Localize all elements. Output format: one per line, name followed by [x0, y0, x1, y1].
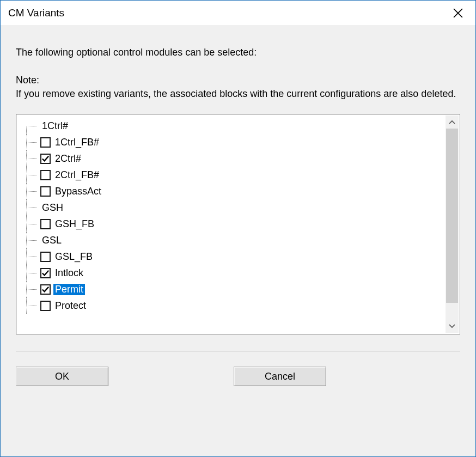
- scroll-track[interactable]: [446, 129, 459, 320]
- tree-item[interactable]: Permit: [26, 281, 460, 297]
- tree-item-label[interactable]: Protect: [53, 300, 88, 312]
- scroll-up-button[interactable]: [446, 115, 459, 129]
- checkbox[interactable]: [40, 154, 51, 164]
- checkbox[interactable]: [40, 137, 51, 148]
- tree-item[interactable]: 2Ctrl_FB#: [26, 167, 460, 183]
- chevron-up-icon: [449, 120, 455, 124]
- checkbox[interactable]: [40, 219, 51, 229]
- ok-button[interactable]: OK: [16, 367, 108, 386]
- tree-item-label[interactable]: GSL_FB: [53, 251, 94, 263]
- tree-item[interactable]: Protect: [26, 297, 460, 314]
- checkbox[interactable]: [40, 284, 51, 295]
- note-text: If you remove existing variants, the ass…: [16, 87, 460, 101]
- tree-item-label[interactable]: Permit: [53, 284, 85, 295]
- chevron-down-icon: [449, 324, 455, 328]
- dialog-title: CM Variants: [8, 7, 64, 19]
- separator: [16, 351, 460, 351]
- checkbox[interactable]: [40, 252, 51, 262]
- note-label: Note:: [16, 74, 460, 87]
- tree-item[interactable]: 2Ctrl#: [26, 150, 460, 167]
- tree-item[interactable]: GSH_FB: [26, 216, 460, 232]
- cm-variants-dialog: CM Variants The following optional contr…: [0, 0, 476, 457]
- dialog-content: The following optional control modules c…: [1, 25, 475, 456]
- tree-item[interactable]: GSL_FB: [26, 248, 460, 265]
- titlebar: CM Variants: [1, 1, 475, 25]
- close-icon: [453, 8, 463, 18]
- scroll-thumb[interactable]: [446, 129, 458, 303]
- scroll-down-button[interactable]: [446, 320, 459, 333]
- tree-item-label[interactable]: 2Ctrl_FB#: [53, 169, 101, 181]
- tree-item-label[interactable]: 2Ctrl#: [53, 153, 83, 164]
- tree-item[interactable]: 1Ctrl_FB#: [26, 134, 460, 150]
- variant-tree: 1Ctrl#1Ctrl_FB#2Ctrl#2Ctrl_FB#BypassActG…: [16, 114, 460, 334]
- tree-content: 1Ctrl#1Ctrl_FB#2Ctrl#2Ctrl_FB#BypassActG…: [16, 114, 460, 334]
- tree-item-label[interactable]: GSH: [40, 202, 65, 214]
- tree-item[interactable]: BypassAct: [26, 183, 460, 199]
- tree-item-label[interactable]: 1Ctrl_FB#: [53, 137, 101, 148]
- tree-item-label[interactable]: BypassAct: [53, 186, 103, 197]
- tree-item-label[interactable]: GSH_FB: [53, 218, 96, 230]
- check-icon: [41, 155, 50, 163]
- note-block: Note: If you remove existing variants, t…: [16, 74, 460, 101]
- tree-item-label[interactable]: Intlock: [53, 267, 85, 279]
- tree-item[interactable]: GSL: [26, 232, 460, 248]
- checkbox[interactable]: [40, 170, 51, 180]
- button-row: OK Cancel: [16, 367, 460, 392]
- check-icon: [41, 269, 50, 277]
- close-button[interactable]: [446, 2, 470, 24]
- intro-text: The following optional control modules c…: [16, 47, 460, 58]
- checkbox[interactable]: [40, 301, 51, 311]
- tree-item-label[interactable]: GSL: [40, 235, 63, 246]
- checkbox[interactable]: [40, 186, 51, 197]
- tree-item[interactable]: 1Ctrl#: [26, 118, 460, 134]
- scrollbar[interactable]: [446, 115, 459, 333]
- tree-item-label[interactable]: 1Ctrl#: [40, 120, 70, 132]
- check-icon: [41, 285, 50, 294]
- checkbox[interactable]: [40, 268, 51, 278]
- cancel-button[interactable]: Cancel: [234, 367, 326, 386]
- tree-item[interactable]: Intlock: [26, 265, 460, 281]
- tree-item[interactable]: GSH: [26, 199, 460, 216]
